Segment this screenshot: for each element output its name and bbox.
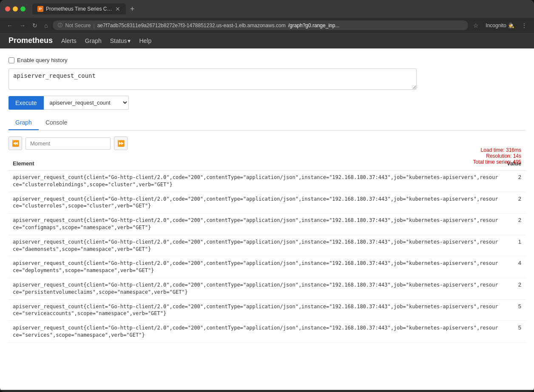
browser-window: P Prometheus Time Series Colle... ✕ + ← … (0, 0, 534, 392)
value-cell: 2 (503, 170, 525, 192)
element-cell: apiserver_request_count{client="Go-http-… (9, 321, 503, 343)
table-row: apiserver_request_count{client="Go-http-… (9, 235, 525, 256)
url-domain: ae7f7adb75c8311e9a26712b8272e7f3-1478851… (97, 23, 286, 28)
tab-console[interactable]: Console (39, 116, 74, 130)
table-row: apiserver_request_count{client="Go-http-… (9, 170, 525, 192)
table-row: apiserver_request_count{client="Go-http-… (9, 213, 525, 235)
prev-time-button[interactable]: ⏪ (9, 136, 22, 150)
element-cell: apiserver_request_count{client="Go-http-… (9, 256, 503, 278)
url-separator: | (94, 23, 95, 28)
new-tab-button[interactable]: + (128, 5, 137, 14)
tab-bar: P Prometheus Time Series Colle... ✕ + (32, 3, 529, 14)
table-row: apiserver_request_count{client="Go-http-… (9, 256, 525, 278)
close-tab-button[interactable]: ✕ (115, 6, 121, 12)
status-chevron-icon: ▾ (128, 37, 131, 44)
url-path: /graph?g0.range_inp... (288, 23, 340, 28)
address-bar-row: ← → ↻ ⌂ ⓘ Not Secure | ae7f7adb75c8311e9… (0, 18, 534, 33)
time-controls-row: ⏪ ⏩ (9, 136, 525, 150)
table-row: apiserver_request_count{client="Go-http-… (9, 299, 525, 321)
results-table: Element Value apiserver_request_count{cl… (9, 157, 525, 343)
incognito-label: Incognito (486, 23, 506, 28)
resolution-stat: Resolution: 14s (473, 153, 521, 159)
minimize-window-button[interactable] (13, 6, 18, 11)
tab-title: Prometheus Time Series Colle... (46, 6, 112, 12)
element-cell: apiserver_request_count{client="Go-http-… (9, 278, 503, 299)
value-cell: 5 (503, 321, 525, 343)
browser-tab[interactable]: P Prometheus Time Series Colle... ✕ (32, 3, 126, 14)
maximize-window-button[interactable] (20, 6, 26, 11)
incognito-area: Incognito 🕵 (484, 22, 516, 29)
element-cell: apiserver_request_count{client="Go-http-… (9, 235, 503, 256)
enable-history-checkbox[interactable] (9, 57, 14, 63)
traffic-lights (5, 6, 26, 11)
next-time-button[interactable]: ⏩ (114, 136, 128, 150)
element-cell: apiserver_request_count{client="Go-http-… (9, 299, 503, 321)
value-cell: 4 (503, 256, 525, 278)
nav-alerts-link[interactable]: Alerts (61, 37, 77, 44)
forward-button[interactable]: → (18, 21, 27, 30)
nav-graph-link[interactable]: Graph (85, 37, 102, 44)
element-cell: apiserver_request_count{client="Go-http-… (9, 213, 503, 235)
security-icon: ⓘ (58, 22, 62, 28)
element-column-header: Element (9, 157, 503, 170)
metric-select[interactable]: apiserver_request_count (44, 96, 129, 110)
moment-input[interactable] (26, 137, 111, 150)
nav-status-dropdown[interactable]: Status ▾ (110, 37, 131, 44)
page-content: Prometheus Alerts Graph Status ▾ Help Lo… (0, 33, 534, 390)
nav-status-label: Status (110, 37, 127, 44)
execute-button[interactable]: Execute (9, 96, 44, 110)
element-cell: apiserver_request_count{client="Go-http-… (9, 170, 503, 192)
enable-history-label: Enable query history (17, 57, 68, 63)
reload-button[interactable]: ↻ (31, 21, 39, 30)
value-cell: 2 (503, 213, 525, 235)
table-header-row: Element Value (9, 157, 525, 170)
element-cell: apiserver_request_count{client="Go-http-… (9, 192, 503, 213)
query-input[interactable]: apiserver_request_count (9, 68, 417, 90)
not-secure-label: Not Secure (65, 23, 91, 28)
nav-help-link[interactable]: Help (139, 37, 151, 44)
stats-area: Load time: 316ms Resolution: 14s Total t… (473, 147, 521, 165)
total-series-stat: Total time series: 495 (473, 159, 521, 165)
tab-graph[interactable]: Graph (9, 116, 39, 130)
address-bar[interactable]: ⓘ Not Secure | ae7f7adb75c8311e9a26712b8… (53, 20, 468, 30)
table-row: apiserver_request_count{client="Go-http-… (9, 192, 525, 213)
back-button[interactable]: ← (5, 21, 14, 30)
value-cell: 2 (503, 192, 525, 213)
query-action-row: Execute apiserver_request_count (9, 96, 525, 110)
incognito-icon: 🕵 (508, 23, 514, 28)
prometheus-brand: Prometheus (9, 36, 53, 45)
main-content: Load time: 316ms Resolution: 14s Total t… (0, 48, 534, 351)
browser-menu-button[interactable]: ⋮ (520, 21, 529, 30)
bookmark-icon[interactable]: ☆ (472, 21, 480, 30)
view-tab-row: Graph Console (9, 116, 525, 131)
title-bar: P Prometheus Time Series Colle... ✕ + (0, 0, 534, 18)
value-cell: 2 (503, 278, 525, 299)
table-row: apiserver_request_count{client="Go-http-… (9, 321, 525, 343)
close-window-button[interactable] (5, 6, 10, 11)
value-cell: 1 (503, 235, 525, 256)
value-cell: 5 (503, 299, 525, 321)
nav-bar: Prometheus Alerts Graph Status ▾ Help (0, 33, 534, 48)
tab-favicon-icon: P (37, 6, 43, 12)
table-row: apiserver_request_count{client="Go-http-… (9, 278, 525, 299)
load-time-stat: Load time: 316ms (473, 147, 521, 153)
query-history-row: Enable query history (9, 57, 525, 63)
home-button[interactable]: ⌂ (43, 21, 49, 30)
